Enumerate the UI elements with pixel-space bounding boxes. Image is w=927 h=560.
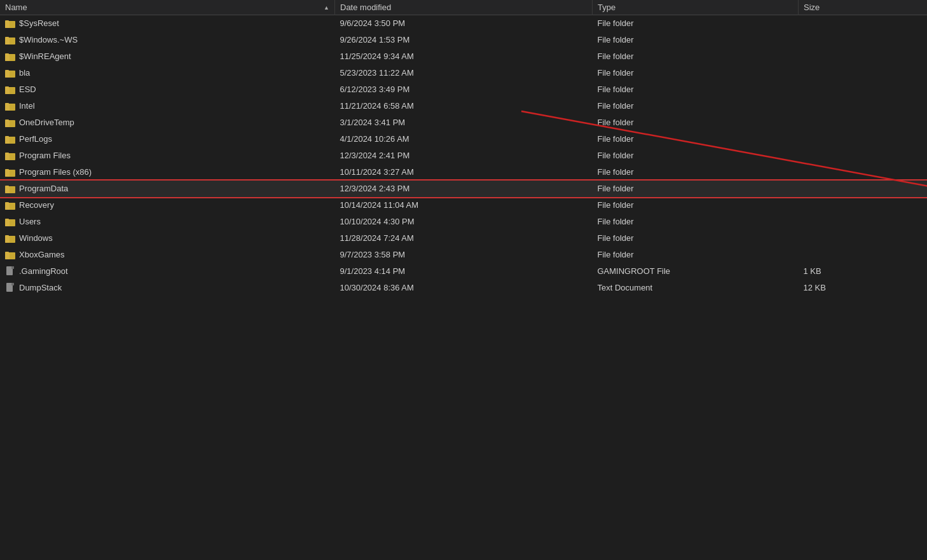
file-name: XboxGames [19,250,65,259]
file-type: File folder [593,181,799,197]
file-size [799,81,928,98]
file-name: .GamingRoot [19,266,68,276]
table-row[interactable]: ProgramData 12/3/2024 2:43 PMFile folder [0,181,927,197]
file-size [799,65,928,81]
file-size [799,230,928,247]
file-name: ESD [19,85,36,94]
file-date: 10/11/2024 3:27 AM [335,164,593,181]
file-date: 10/14/2024 11:04 AM [335,197,593,214]
file-name: OneDriveTemp [19,118,74,127]
file-type: File folder [593,114,799,131]
svg-rect-26 [5,153,9,154]
file-size [799,197,928,214]
file-date: 4/1/2024 10:26 AM [335,131,593,147]
file-size [799,48,928,65]
file-date: 11/25/2024 9:34 AM [335,48,593,65]
file-type: File folder [593,81,799,98]
file-date: 9/1/2023 4:14 PM [335,263,593,280]
file-size [799,15,928,32]
table-row[interactable]: XboxGames 9/7/2023 3:58 PMFile folder [0,247,927,263]
svg-rect-29 [5,169,9,171]
file-date: 6/12/2023 3:49 PM [335,81,593,98]
file-explorer: Name ▲ Date modified Type Size $SysReset… [0,0,927,560]
file-size [799,214,928,230]
file-type: File folder [593,247,799,263]
file-date: 9/7/2023 3:58 PM [335,247,593,263]
file-type: File folder [593,48,799,65]
column-header-date[interactable]: Date modified [335,0,593,15]
file-date: 9/6/2024 3:50 PM [335,15,593,32]
table-row[interactable]: Recovery 10/14/2024 11:04 AMFile folder [0,197,927,214]
svg-rect-14 [5,86,9,88]
svg-rect-5 [5,37,9,39]
svg-rect-44 [5,252,9,254]
file-name: Intel [19,101,35,111]
column-header-type[interactable]: Type [593,0,799,15]
file-name: Program Files (x86) [19,167,92,177]
file-size [799,164,928,181]
file-date: 10/10/2024 4:30 PM [335,214,593,230]
table-row[interactable]: $Windows.~WS 9/26/2024 1:53 PMFile folde… [0,32,927,48]
svg-rect-20 [5,120,9,121]
file-type: File folder [593,147,799,164]
file-date: 10/30/2024 8:36 AM [335,280,593,296]
svg-rect-11 [5,70,9,72]
file-name: bla [19,68,30,78]
table-row[interactable]: .GamingRoot 9/1/2023 4:14 PMGAMINGROOT F… [0,263,927,280]
svg-rect-2 [5,20,9,22]
column-header-size[interactable]: Size [799,0,928,15]
file-type: File folder [593,98,799,114]
file-size [799,181,928,197]
file-date: 3/1/2024 3:41 PM [335,114,593,131]
file-type: File folder [593,230,799,247]
table-row[interactable]: $WinREAgent 11/25/2024 9:34 AMFile folde… [0,48,927,65]
file-name: DumpStack [19,283,62,292]
file-type: File folder [593,15,799,32]
file-name: $Windows.~WS [19,35,78,44]
table-row[interactable]: Program Files 12/3/2024 2:41 PMFile fold… [0,147,927,164]
table-row[interactable]: $SysReset 9/6/2024 3:50 PMFile folder [0,15,927,32]
file-name: PerfLogs [19,134,52,144]
file-date: 12/3/2024 2:43 PM [335,181,593,197]
file-name: $WinREAgent [19,51,71,61]
svg-rect-35 [5,202,9,204]
file-type: File folder [593,131,799,147]
file-name: Program Files [19,151,71,160]
file-size [799,147,928,164]
file-date: 11/21/2024 6:58 AM [335,98,593,114]
table-row[interactable]: bla 5/23/2023 11:22 AMFile folder [0,65,927,81]
file-size: 12 KB [799,280,928,296]
file-name: Users [19,217,41,226]
file-name: Recovery [19,200,54,210]
svg-rect-41 [5,235,9,237]
file-date: 5/23/2023 11:22 AM [335,65,593,81]
file-size [799,114,928,131]
table-row[interactable]: PerfLogs 4/1/2024 10:26 AMFile folder [0,131,927,147]
table-row[interactable]: Program Files (x86) 10/11/2024 3:27 AMFi… [0,164,927,181]
table-row[interactable]: ESD 6/12/2023 3:49 PMFile folder [0,81,927,98]
svg-rect-38 [5,219,9,221]
file-size [799,247,928,263]
file-date: 12/3/2024 2:41 PM [335,147,593,164]
file-date: 11/28/2024 7:24 AM [335,230,593,247]
svg-rect-32 [5,186,9,188]
file-date: 9/26/2024 1:53 PM [335,32,593,48]
column-header-name[interactable]: Name ▲ [0,0,335,15]
file-size [799,98,928,114]
table-row[interactable]: Intel 11/21/2024 6:58 AMFile folder [0,98,927,114]
svg-rect-47 [11,266,14,269]
file-type: File folder [593,164,799,181]
file-type: File folder [593,197,799,214]
file-type: GAMINGROOT File [593,263,799,280]
file-name: Windows [19,233,53,243]
file-type: File folder [593,65,799,81]
table-row[interactable]: DumpStack 10/30/2024 8:36 AMText Documen… [0,280,927,296]
svg-rect-23 [5,136,9,138]
table-row[interactable]: OneDriveTemp 3/1/2024 3:41 PMFile folder [0,114,927,131]
file-type: File folder [593,32,799,48]
file-type: Text Document [593,280,799,296]
table-row[interactable]: Windows 11/28/2024 7:24 AMFile folder [0,230,927,247]
table-row[interactable]: Users 10/10/2024 4:30 PMFile folder [0,214,927,230]
file-size [799,32,928,48]
file-table: Name ▲ Date modified Type Size $SysReset… [0,0,927,296]
